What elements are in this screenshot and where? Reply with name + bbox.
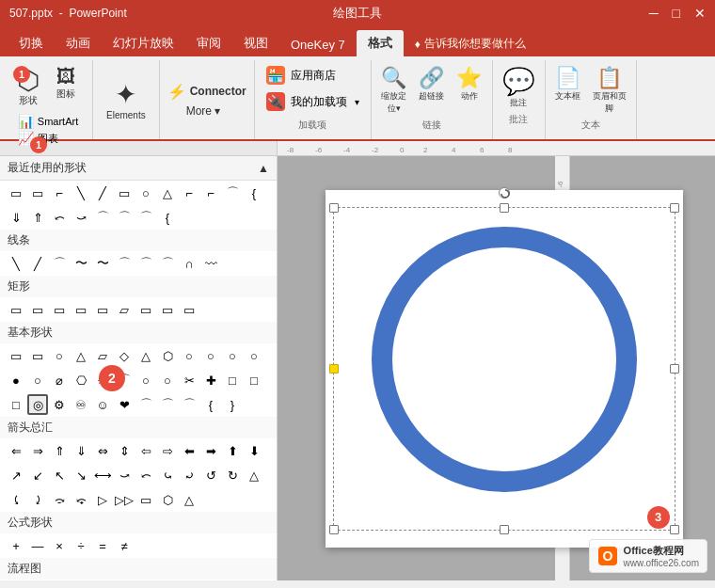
shape-item[interactable]: ○ <box>157 370 178 390</box>
shape-item[interactable]: ╱ <box>92 183 113 203</box>
shape-item[interactable]: { <box>200 394 221 415</box>
shape-item[interactable]: { <box>157 207 178 228</box>
slide-canvas[interactable]: 3 <box>326 190 683 548</box>
shape-item[interactable]: ☺ <box>92 394 113 415</box>
shape-item[interactable]: □ <box>244 370 264 390</box>
shape-item[interactable]: ⌒ <box>179 394 199 415</box>
more-item[interactable]: More ▾ <box>167 103 246 119</box>
shape-item[interactable]: ▱ <box>114 299 135 320</box>
shape-item[interactable]: ↺ <box>200 465 221 485</box>
shape-item[interactable]: ⇔ <box>92 440 113 461</box>
shape-item[interactable]: ✂ <box>179 370 199 390</box>
shape-item[interactable]: ● <box>6 370 26 390</box>
shape-item[interactable]: ▱ <box>92 345 113 366</box>
close-button[interactable]: ✕ <box>694 6 706 21</box>
shape-item[interactable]: ○ <box>244 345 264 366</box>
appstore-button[interactable]: 🏪 应用商店 <box>262 64 363 87</box>
shape-item[interactable]: □ <box>222 370 243 390</box>
shape-item[interactable]: ◇ <box>114 345 135 366</box>
shape-item[interactable]: ⤺ <box>49 207 70 228</box>
shape-item[interactable]: ⇦ <box>135 440 156 461</box>
shape-item[interactable]: ▭ <box>135 489 156 510</box>
shape-item[interactable]: ▭ <box>92 299 113 320</box>
shape-item[interactable]: ╲ <box>71 183 91 203</box>
shape-item[interactable]: ⚙ <box>49 394 70 415</box>
tab-animation[interactable]: 动画 <box>55 30 102 56</box>
shape-item[interactable]: ⤽ <box>71 489 91 510</box>
shape-item[interactable]: ⬡ <box>157 489 178 510</box>
shape-item[interactable]: ⇓ <box>6 207 26 228</box>
shape-item[interactable]: ⌐ <box>49 183 70 203</box>
ribbon-group-connector[interactable]: ⚡ Connector More ▾ <box>160 60 255 139</box>
shape-item[interactable]: 〰 <box>200 253 221 274</box>
shape-item[interactable]: ↖ <box>49 465 70 485</box>
shape-item[interactable]: ✚ <box>200 370 221 390</box>
shape-item[interactable]: ⇨ <box>157 440 178 461</box>
shape-item[interactable]: ⌒ <box>114 253 135 274</box>
shape-item[interactable]: ⇓ <box>71 440 91 461</box>
shape-item[interactable]: — <box>27 535 48 556</box>
shape-item[interactable]: ⤼ <box>49 489 70 510</box>
shape-item[interactable]: + <box>6 535 26 556</box>
shape-item[interactable]: { <box>244 183 264 203</box>
tab-tellme[interactable]: ♦ 告诉我你想要做什么 <box>404 31 537 56</box>
shape-item[interactable]: ▭ <box>71 299 91 320</box>
shape-item[interactable]: ↻ <box>222 465 243 485</box>
tab-format[interactable]: 格式 <box>357 30 404 56</box>
maximize-button[interactable]: □ <box>673 6 680 21</box>
tab-view[interactable]: 视图 <box>232 30 279 56</box>
shape-item[interactable]: } <box>222 394 243 415</box>
shape-item[interactable]: ╱ <box>27 253 48 274</box>
shape-item[interactable]: ⬆ <box>222 440 243 461</box>
shape-item[interactable]: △ <box>157 183 178 203</box>
shape-item[interactable]: ↗ <box>6 465 26 485</box>
shape-item[interactable]: ❤ <box>114 394 135 415</box>
shape-item[interactable]: × <box>49 535 70 556</box>
shape-item[interactable]: ⌒ <box>135 207 156 228</box>
shape-item[interactable]: ⤾ <box>179 465 199 485</box>
shape-item[interactable]: ⌐ <box>200 183 221 203</box>
scroll-up-icon[interactable]: ▲ <box>258 162 269 175</box>
shape-item[interactable]: ○ <box>135 183 156 203</box>
minimize-button[interactable]: ─ <box>649 6 659 21</box>
shape-item[interactable]: ▭ <box>27 345 48 366</box>
shape-item[interactable]: ⤿ <box>157 465 178 485</box>
comment-button[interactable]: 💬 批注 <box>499 64 539 111</box>
shape-item[interactable]: ⇑ <box>49 440 70 461</box>
shape-item[interactable]: ▭ <box>157 299 178 320</box>
shape-item[interactable]: ↘ <box>71 465 91 485</box>
shape-item[interactable]: ○ <box>179 345 199 366</box>
shape-item[interactable]: ∩ <box>179 253 199 274</box>
connector-item[interactable]: ⚡ Connector <box>167 81 246 103</box>
elements-button[interactable]: ✦ Elements <box>101 75 151 124</box>
shape-item[interactable]: ▭ <box>179 299 199 320</box>
shape-item[interactable]: = <box>92 535 113 556</box>
shape-item[interactable]: ⇐ <box>6 440 26 461</box>
shape-item[interactable]: ⬇ <box>244 440 264 461</box>
shape-item[interactable]: ▭ <box>114 183 135 203</box>
shape-item[interactable]: ⎔ <box>71 370 91 390</box>
header-button[interactable]: 📋 页眉和页脚 <box>589 64 630 117</box>
tab-review[interactable]: 审阅 <box>185 30 232 56</box>
shape-item[interactable]: ▭ <box>27 299 48 320</box>
tab-slideshow[interactable]: 幻灯片放映 <box>102 30 185 56</box>
shape-item[interactable]: ▭ <box>49 299 70 320</box>
smartart-button[interactable]: 📊 SmartArt <box>15 113 81 130</box>
textbox-button[interactable]: 📄 文本框 <box>551 64 585 117</box>
shape-item[interactable]: ⌐ <box>179 183 199 203</box>
shape-item[interactable]: △ <box>71 345 91 366</box>
shape-item[interactable]: ⬡ <box>157 345 178 366</box>
shape-item[interactable]: ▭ <box>6 345 26 366</box>
shape-item[interactable]: 〜 <box>71 253 91 274</box>
shape-item[interactable]: ↙ <box>27 465 48 485</box>
shape-item[interactable]: ⇕ <box>114 440 135 461</box>
shape-item[interactable]: ▭ <box>27 183 48 203</box>
tab-onekey[interactable]: OneKey 7 <box>279 33 357 56</box>
shape-item[interactable]: ▭ <box>6 299 26 320</box>
myaddin-button[interactable]: 🔌 我的加载项 ▾ <box>262 90 363 113</box>
shape-item[interactable]: 〜 <box>92 253 113 274</box>
shape-item[interactable]: ➡ <box>200 440 221 461</box>
hyperlink-button[interactable]: 🔗 超链接 <box>415 64 449 117</box>
shape-item[interactable]: ⌒ <box>92 207 113 228</box>
shape-item[interactable]: ♾ <box>71 394 91 415</box>
